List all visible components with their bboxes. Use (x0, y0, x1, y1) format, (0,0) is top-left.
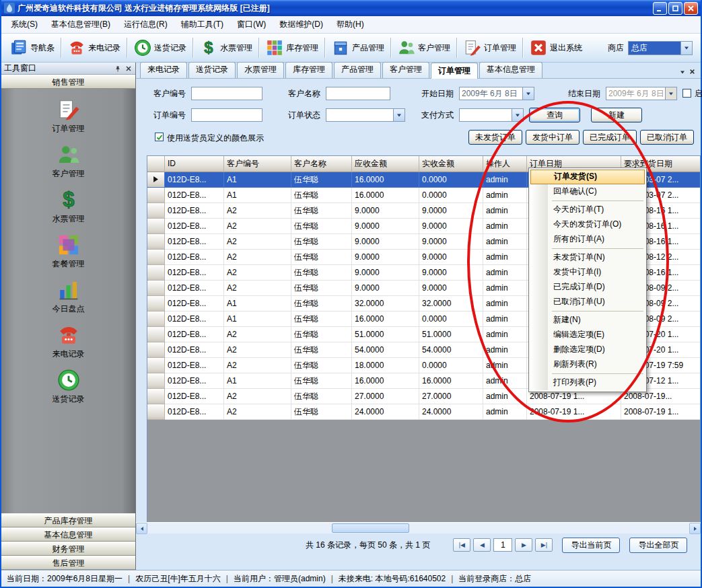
chevron-down-icon[interactable] (665, 87, 676, 100)
menubar-item-6[interactable]: 数据维护(D) (273, 16, 330, 33)
menubar-item-2[interactable]: 基本信息管理(B) (44, 16, 117, 33)
sidebar-group-2[interactable]: 基本信息管理 (1, 527, 135, 542)
scrollbar-thumb[interactable] (332, 523, 409, 533)
status-filter-button-3[interactable]: 已完成订单 (583, 130, 637, 145)
row-selector[interactable] (147, 281, 165, 296)
chevron-down-icon[interactable] (522, 87, 534, 100)
context-menu-item-6[interactable]: 所有的订单(A) (530, 232, 645, 247)
query-button[interactable]: 查询 (529, 108, 580, 122)
row-selector[interactable] (147, 404, 165, 420)
tab-1[interactable]: 来电记录 (140, 62, 187, 78)
grid-column-header-5[interactable]: 实收金额 (419, 156, 483, 172)
row-selector[interactable] (147, 234, 165, 250)
close-button[interactable] (684, 2, 698, 15)
row-selector[interactable] (147, 358, 165, 373)
sidebar-group-sales[interactable]: 销售管理 (1, 75, 135, 89)
row-selector[interactable] (147, 373, 165, 389)
close-panel-icon[interactable] (125, 65, 133, 73)
grid-column-header-2[interactable]: 客户编号 (224, 156, 291, 172)
row-selector[interactable] (147, 389, 165, 404)
toolbar-button-1[interactable]: 导航条 (5, 36, 59, 59)
grid-column-header-3[interactable]: 客户名称 (291, 156, 352, 172)
sidebar-group-1[interactable]: 产品库存管理 (1, 513, 135, 527)
sidebar-item-5[interactable]: 今日盘点 (52, 279, 85, 315)
chevron-down-icon[interactable] (512, 109, 523, 121)
prev-page-button[interactable]: ◀ (473, 538, 491, 552)
restore-button[interactable] (668, 2, 682, 15)
toolbar-button-8[interactable]: 订单管理 (459, 36, 521, 59)
context-menu-item-13[interactable]: 新建(N) (530, 313, 645, 328)
start-date-picker[interactable]: 2009年 6月 8日 (459, 87, 534, 100)
context-menu-item-10[interactable]: 已完成订单(D) (530, 280, 645, 295)
minimize-button[interactable] (653, 2, 667, 15)
first-page-button[interactable]: |◀ (453, 538, 470, 552)
toolbar-button-5[interactable]: 库存管理 (261, 36, 323, 59)
menubar-item-1[interactable]: 系统(S) (4, 16, 44, 33)
titlebar[interactable]: 广州爱奇迪软件科技有限公司 送水行业进销存管理系统网络版 [已注册] (1, 0, 701, 16)
toolbar-button-9[interactable]: 退出系统 (525, 36, 587, 59)
status-filter-button-1[interactable]: 未发货订单 (468, 130, 522, 145)
menubar-item-7[interactable]: 帮助(H) (330, 16, 371, 33)
tab-4[interactable]: 库存管理 (285, 62, 332, 78)
driver-color-checkbox[interactable] (155, 133, 164, 141)
context-menu-item-4[interactable]: 今天的订单(T) (530, 203, 645, 217)
row-selector[interactable] (147, 172, 165, 188)
end-date-picker[interactable]: 2009年 6月 8日 (606, 87, 677, 100)
row-selector[interactable] (147, 327, 165, 342)
row-selector[interactable] (147, 250, 165, 265)
grid-column-header-1[interactable]: ID (165, 156, 224, 172)
sidebar-item-4[interactable]: 套餐管理 (52, 233, 85, 270)
table-row[interactable]: 012D-E8...A2伍华聪24.000024.0000admin2008-0… (147, 404, 700, 420)
customer-code-input[interactable] (191, 87, 262, 100)
toolbar-button-2[interactable]: 来电记录 (63, 36, 125, 59)
sidebar-item-3[interactable]: $水票管理 (52, 188, 85, 225)
status-filter-button-4[interactable]: 已取消订单 (640, 130, 694, 145)
context-menu-item-9[interactable]: 发货中订单(I) (530, 265, 645, 280)
menubar-item-5[interactable]: 窗口(W) (230, 16, 273, 33)
context-menu-item-1[interactable]: 订单发货(S) (530, 170, 645, 184)
last-page-button[interactable]: ▶| (535, 538, 553, 552)
grid-column-header-4[interactable]: 应收金额 (352, 156, 419, 172)
sidebar-item-2[interactable]: 客户管理 (52, 143, 85, 180)
order-code-input[interactable] (191, 108, 262, 122)
status-filter-button-2[interactable]: 发货中订单 (526, 130, 580, 145)
row-selector[interactable] (147, 219, 165, 234)
context-menu-item-16[interactable]: 刷新列表(R) (530, 357, 645, 372)
row-selector[interactable] (147, 296, 165, 311)
row-selector[interactable] (147, 342, 165, 358)
context-menu-item-8[interactable]: 未发货订单(N) (530, 250, 645, 265)
menubar-item-3[interactable]: 运行信息(R) (117, 16, 174, 33)
export-current-page-button[interactable]: 导出当前页 (562, 538, 620, 553)
scroll-right-icon[interactable] (689, 523, 701, 534)
tab-7[interactable]: 订单管理 (431, 63, 478, 79)
payment-select[interactable] (459, 108, 524, 122)
tab-scroll-icon[interactable] (680, 69, 685, 76)
new-button[interactable]: 新建 (591, 108, 642, 122)
sidebar-group-4[interactable]: 售后管理 (1, 556, 135, 570)
context-menu-item-11[interactable]: 已取消订单(U) (530, 295, 645, 309)
toolbar-button-3[interactable]: 送货记录 (129, 36, 191, 59)
row-selector[interactable] (147, 265, 165, 281)
menubar-item-4[interactable]: 辅助工具(T) (174, 16, 230, 33)
scrollbar-track[interactable] (147, 523, 689, 534)
sidebar-group-3[interactable]: 财务管理 (1, 542, 135, 556)
order-status-select[interactable] (326, 108, 405, 122)
toolbar-button-7[interactable]: 客户管理 (393, 36, 455, 59)
sidebar-item-7[interactable]: 送货记录 (52, 369, 85, 405)
export-all-pages-button[interactable]: 导出全部页 (629, 538, 687, 553)
pin-icon[interactable] (114, 65, 122, 73)
horizontal-scrollbar[interactable] (136, 522, 701, 534)
tab-5[interactable]: 产品管理 (334, 62, 381, 78)
customer-name-input[interactable] (326, 87, 390, 100)
sidebar-item-1[interactable]: 订单管理 (52, 98, 85, 135)
context-menu-item-15[interactable]: 删除选定项(D) (530, 342, 645, 357)
grid-column-header-6[interactable]: 操作人 (483, 156, 527, 172)
context-menu-item-5[interactable]: 今天的发货订单(O) (530, 217, 645, 232)
next-page-button[interactable]: ▶ (515, 538, 532, 552)
scroll-left-icon[interactable] (136, 523, 147, 534)
tab-6[interactable]: 客户管理 (382, 62, 429, 78)
tab-8[interactable]: 基本信息管理 (479, 62, 542, 78)
chevron-down-icon[interactable] (393, 109, 405, 121)
row-selector[interactable] (147, 188, 165, 203)
toolbar-button-6[interactable]: 产品管理 (327, 36, 389, 59)
